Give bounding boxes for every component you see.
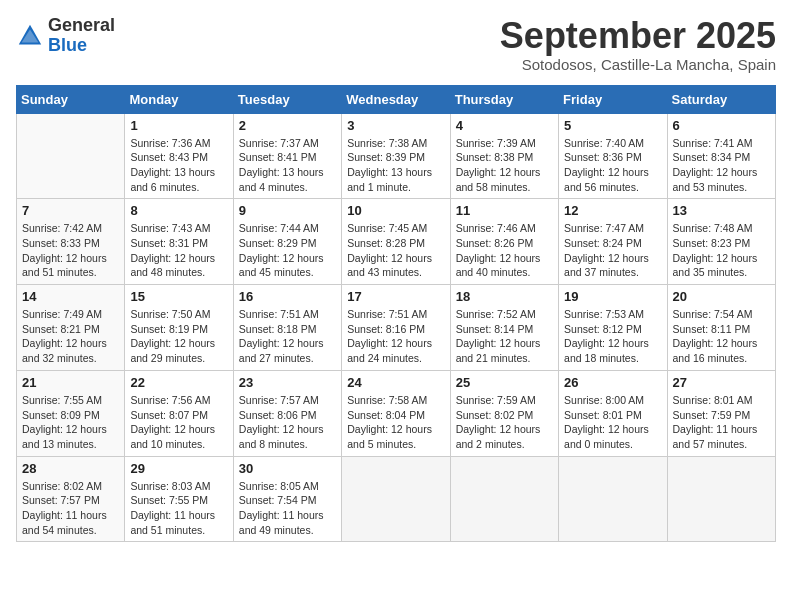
day-info: Sunrise: 7:37 AM Sunset: 8:41 PM Dayligh…	[239, 136, 336, 195]
day-number: 26	[564, 375, 661, 390]
calendar-table: Sunday Monday Tuesday Wednesday Thursday…	[16, 85, 776, 543]
calendar-cell	[342, 456, 450, 542]
day-number: 9	[239, 203, 336, 218]
day-info: Sunrise: 7:46 AM Sunset: 8:26 PM Dayligh…	[456, 221, 553, 280]
calendar-cell: 3Sunrise: 7:38 AM Sunset: 8:39 PM Daylig…	[342, 113, 450, 199]
day-info: Sunrise: 7:40 AM Sunset: 8:36 PM Dayligh…	[564, 136, 661, 195]
calendar-cell: 8Sunrise: 7:43 AM Sunset: 8:31 PM Daylig…	[125, 199, 233, 285]
day-number: 21	[22, 375, 119, 390]
day-number: 6	[673, 118, 770, 133]
day-number: 8	[130, 203, 227, 218]
day-number: 23	[239, 375, 336, 390]
col-saturday: Saturday	[667, 85, 775, 113]
calendar-cell: 14Sunrise: 7:49 AM Sunset: 8:21 PM Dayli…	[17, 285, 125, 371]
day-info: Sunrise: 8:01 AM Sunset: 7:59 PM Dayligh…	[673, 393, 770, 452]
day-info: Sunrise: 7:42 AM Sunset: 8:33 PM Dayligh…	[22, 221, 119, 280]
calendar-cell: 24Sunrise: 7:58 AM Sunset: 8:04 PM Dayli…	[342, 370, 450, 456]
logo-icon	[16, 22, 44, 50]
day-number: 10	[347, 203, 444, 218]
calendar-cell: 23Sunrise: 7:57 AM Sunset: 8:06 PM Dayli…	[233, 370, 341, 456]
calendar-cell	[559, 456, 667, 542]
day-info: Sunrise: 7:53 AM Sunset: 8:12 PM Dayligh…	[564, 307, 661, 366]
day-number: 16	[239, 289, 336, 304]
col-wednesday: Wednesday	[342, 85, 450, 113]
day-number: 14	[22, 289, 119, 304]
day-info: Sunrise: 7:49 AM Sunset: 8:21 PM Dayligh…	[22, 307, 119, 366]
day-info: Sunrise: 7:39 AM Sunset: 8:38 PM Dayligh…	[456, 136, 553, 195]
logo-general-text: General	[48, 16, 115, 36]
day-number: 24	[347, 375, 444, 390]
day-number: 28	[22, 461, 119, 476]
calendar-cell: 12Sunrise: 7:47 AM Sunset: 8:24 PM Dayli…	[559, 199, 667, 285]
calendar-cell: 30Sunrise: 8:05 AM Sunset: 7:54 PM Dayli…	[233, 456, 341, 542]
calendar-cell: 11Sunrise: 7:46 AM Sunset: 8:26 PM Dayli…	[450, 199, 558, 285]
calendar-cell: 28Sunrise: 8:02 AM Sunset: 7:57 PM Dayli…	[17, 456, 125, 542]
day-info: Sunrise: 7:36 AM Sunset: 8:43 PM Dayligh…	[130, 136, 227, 195]
day-info: Sunrise: 7:43 AM Sunset: 8:31 PM Dayligh…	[130, 221, 227, 280]
calendar-cell: 1Sunrise: 7:36 AM Sunset: 8:43 PM Daylig…	[125, 113, 233, 199]
day-number: 13	[673, 203, 770, 218]
day-info: Sunrise: 8:00 AM Sunset: 8:01 PM Dayligh…	[564, 393, 661, 452]
header-row: Sunday Monday Tuesday Wednesday Thursday…	[17, 85, 776, 113]
day-number: 15	[130, 289, 227, 304]
day-info: Sunrise: 7:58 AM Sunset: 8:04 PM Dayligh…	[347, 393, 444, 452]
day-number: 20	[673, 289, 770, 304]
col-sunday: Sunday	[17, 85, 125, 113]
day-info: Sunrise: 8:03 AM Sunset: 7:55 PM Dayligh…	[130, 479, 227, 538]
calendar-cell: 22Sunrise: 7:56 AM Sunset: 8:07 PM Dayli…	[125, 370, 233, 456]
location-subtitle: Sotodosos, Castille-La Mancha, Spain	[500, 56, 776, 73]
calendar-cell: 18Sunrise: 7:52 AM Sunset: 8:14 PM Dayli…	[450, 285, 558, 371]
calendar-cell: 29Sunrise: 8:03 AM Sunset: 7:55 PM Dayli…	[125, 456, 233, 542]
day-info: Sunrise: 7:51 AM Sunset: 8:18 PM Dayligh…	[239, 307, 336, 366]
calendar-week-3: 14Sunrise: 7:49 AM Sunset: 8:21 PM Dayli…	[17, 285, 776, 371]
day-number: 29	[130, 461, 227, 476]
col-monday: Monday	[125, 85, 233, 113]
calendar-header: Sunday Monday Tuesday Wednesday Thursday…	[17, 85, 776, 113]
calendar-cell: 16Sunrise: 7:51 AM Sunset: 8:18 PM Dayli…	[233, 285, 341, 371]
calendar-cell: 19Sunrise: 7:53 AM Sunset: 8:12 PM Dayli…	[559, 285, 667, 371]
day-number: 12	[564, 203, 661, 218]
col-tuesday: Tuesday	[233, 85, 341, 113]
logo-blue-text: Blue	[48, 36, 115, 56]
col-friday: Friday	[559, 85, 667, 113]
calendar-cell: 5Sunrise: 7:40 AM Sunset: 8:36 PM Daylig…	[559, 113, 667, 199]
calendar-cell: 27Sunrise: 8:01 AM Sunset: 7:59 PM Dayli…	[667, 370, 775, 456]
calendar-cell: 26Sunrise: 8:00 AM Sunset: 8:01 PM Dayli…	[559, 370, 667, 456]
calendar-cell: 25Sunrise: 7:59 AM Sunset: 8:02 PM Dayli…	[450, 370, 558, 456]
day-number: 30	[239, 461, 336, 476]
day-info: Sunrise: 7:48 AM Sunset: 8:23 PM Dayligh…	[673, 221, 770, 280]
day-number: 18	[456, 289, 553, 304]
day-info: Sunrise: 7:41 AM Sunset: 8:34 PM Dayligh…	[673, 136, 770, 195]
day-info: Sunrise: 7:47 AM Sunset: 8:24 PM Dayligh…	[564, 221, 661, 280]
day-number: 27	[673, 375, 770, 390]
calendar-cell: 21Sunrise: 7:55 AM Sunset: 8:09 PM Dayli…	[17, 370, 125, 456]
calendar-cell: 2Sunrise: 7:37 AM Sunset: 8:41 PM Daylig…	[233, 113, 341, 199]
calendar-cell: 6Sunrise: 7:41 AM Sunset: 8:34 PM Daylig…	[667, 113, 775, 199]
calendar-week-5: 28Sunrise: 8:02 AM Sunset: 7:57 PM Dayli…	[17, 456, 776, 542]
day-number: 11	[456, 203, 553, 218]
calendar-cell: 13Sunrise: 7:48 AM Sunset: 8:23 PM Dayli…	[667, 199, 775, 285]
calendar-cell: 7Sunrise: 7:42 AM Sunset: 8:33 PM Daylig…	[17, 199, 125, 285]
calendar-cell	[667, 456, 775, 542]
page-header: General Blue September 2025 Sotodosos, C…	[16, 16, 776, 73]
day-info: Sunrise: 8:02 AM Sunset: 7:57 PM Dayligh…	[22, 479, 119, 538]
day-info: Sunrise: 7:54 AM Sunset: 8:11 PM Dayligh…	[673, 307, 770, 366]
day-number: 19	[564, 289, 661, 304]
calendar-week-4: 21Sunrise: 7:55 AM Sunset: 8:09 PM Dayli…	[17, 370, 776, 456]
calendar-cell: 20Sunrise: 7:54 AM Sunset: 8:11 PM Dayli…	[667, 285, 775, 371]
day-info: Sunrise: 7:57 AM Sunset: 8:06 PM Dayligh…	[239, 393, 336, 452]
calendar-cell: 9Sunrise: 7:44 AM Sunset: 8:29 PM Daylig…	[233, 199, 341, 285]
day-info: Sunrise: 8:05 AM Sunset: 7:54 PM Dayligh…	[239, 479, 336, 538]
day-info: Sunrise: 7:51 AM Sunset: 8:16 PM Dayligh…	[347, 307, 444, 366]
day-info: Sunrise: 7:59 AM Sunset: 8:02 PM Dayligh…	[456, 393, 553, 452]
day-number: 1	[130, 118, 227, 133]
day-info: Sunrise: 7:38 AM Sunset: 8:39 PM Dayligh…	[347, 136, 444, 195]
month-title: September 2025	[500, 16, 776, 56]
day-number: 17	[347, 289, 444, 304]
day-number: 2	[239, 118, 336, 133]
col-thursday: Thursday	[450, 85, 558, 113]
day-number: 25	[456, 375, 553, 390]
day-number: 3	[347, 118, 444, 133]
day-info: Sunrise: 7:44 AM Sunset: 8:29 PM Dayligh…	[239, 221, 336, 280]
calendar-cell: 4Sunrise: 7:39 AM Sunset: 8:38 PM Daylig…	[450, 113, 558, 199]
